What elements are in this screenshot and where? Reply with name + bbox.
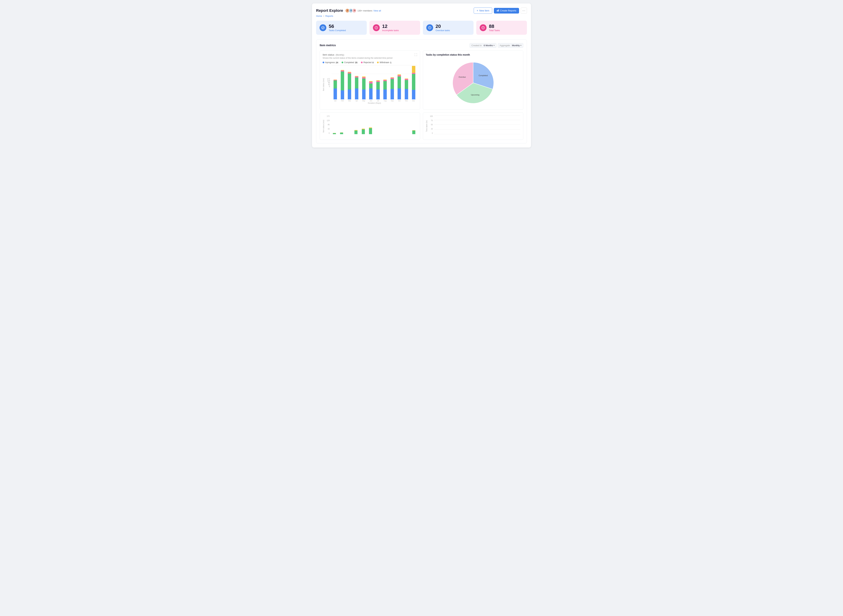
bottom-right-y-wrapper: Time taken (hr) 100 75 50 25 0: [426, 115, 434, 137]
x-label-Jun: Jun: [368, 100, 374, 102]
x-label-Dec: Dec: [410, 100, 417, 102]
bottom-right-y-title: Time taken (hr): [426, 120, 428, 132]
svg-rect-6: [497, 10, 497, 12]
bar-chart-inner: JanFebMarAprMayJunJulAugSepOctNovDec Dur…: [332, 65, 417, 104]
aggregate-control[interactable]: Aggregate Monthly ▾: [498, 43, 523, 48]
legend-inprogress: Inprogress 24: [323, 61, 338, 64]
created-in-arrow: ▾: [494, 44, 494, 47]
x-label-Aug: Aug: [382, 100, 389, 102]
bar-stack-Jun: [369, 81, 372, 100]
pie-label-upcoming: Upcoming: [471, 94, 479, 96]
breadcrumb-home[interactable]: Home: [316, 15, 322, 17]
x-label-Sep: Sep: [389, 100, 396, 102]
stat-icon-incomplete: [373, 24, 380, 31]
view-all-link[interactable]: View all: [374, 9, 381, 12]
stat-number-completed: 56: [329, 24, 346, 29]
metrics-section: Item metrics Created in 6 Months ▾ Aggre…: [316, 40, 527, 144]
bottom-right-chart: [434, 115, 520, 137]
pie-chart-svg-wrapper: CompletedUpcomingOverdue: [449, 59, 497, 107]
more-icon: ···: [522, 9, 525, 12]
bar-group-Jun: [368, 81, 374, 100]
svg-rect-8: [498, 9, 499, 12]
bar-group-May: [361, 76, 367, 100]
bar-group-Oct: [396, 75, 403, 99]
bar-chart-title-group: Item status (Monthly) Shows the current …: [323, 53, 392, 61]
main-container: Report Explore 130+ members View all: [312, 3, 531, 148]
svg-point-13: [430, 28, 430, 29]
stat-number-incomplete: 12: [382, 24, 399, 29]
y-label-86: 86: [325, 82, 330, 84]
bars-container: [332, 65, 417, 100]
stat-text-completed: 56 Tasks Completed: [329, 24, 346, 32]
svg-point-9: [321, 26, 324, 29]
y-axis-wrapper: Item status (nos) 172 129 86 43 0: [323, 65, 331, 104]
bar-group-Mar: [346, 72, 353, 99]
bar-chart-area: Item status (nos) 172 129 86 43 0: [323, 65, 417, 104]
stat-card-overdue: 20 Overdue tasks: [423, 21, 474, 35]
avatars-group: [345, 8, 356, 13]
chart-legend: Inprogress 24 Completed 35 Rejected 0: [323, 61, 417, 64]
bottom-y-axis-title: Item status (nos): [323, 120, 324, 132]
x-label-Jul: Jul: [375, 100, 381, 102]
bar-chart-subtitle: Shows the current status of the items cr…: [323, 57, 392, 59]
x-axis-labels: JanFebMarAprMayJunJulAugSepOctNovDec: [332, 100, 417, 102]
new-item-button[interactable]: + New item: [474, 7, 492, 14]
x-label-Nov: Nov: [403, 100, 410, 102]
svg-point-4: [354, 10, 355, 11]
stat-text-overdue: 20 Overdue tasks: [435, 24, 450, 32]
pie-chart-panel: Tasks by completion status this month Co…: [423, 50, 523, 110]
stat-card-incomplete: 12 Incomplete tasks: [369, 21, 420, 35]
x-label-Mar: Mar: [346, 100, 353, 102]
bottom-chart-right: Time taken (hr) 100 75 50 25 0: [423, 112, 523, 140]
more-options-button[interactable]: ···: [521, 7, 527, 14]
legend-rejected: Rejected 0: [361, 61, 374, 64]
pie-label-overdue: Overdue: [459, 76, 466, 78]
stat-icon-total: [480, 24, 487, 31]
stat-label-completed: Tasks Completed: [329, 29, 346, 32]
metrics-header: Item metrics Created in 6 Months ▾ Aggre…: [320, 43, 523, 48]
bottom-right-y-axis: 100 75 50 25 0: [429, 115, 434, 137]
stat-label-total: Total Tasks: [489, 29, 500, 32]
pie-label-completed: Completed: [478, 74, 488, 76]
expand-icon[interactable]: ⛶: [415, 53, 417, 56]
x-label-Jan: Jan: [332, 100, 339, 102]
bar-stack-Aug: [383, 79, 387, 100]
stats-grid: 56 Tasks Completed 12 Incomplete tasks 2…: [316, 21, 527, 35]
legend-dot-rejected: [361, 62, 363, 63]
svg-point-5: [353, 12, 356, 13]
charts-row: Item status (Monthly) Shows the current …: [320, 50, 523, 110]
y-label-0: 0: [325, 85, 330, 87]
bar-stack-Oct: [397, 75, 401, 99]
aggregate-value: Monthly: [512, 44, 520, 47]
bar-group-Jul: [375, 80, 381, 100]
created-in-control[interactable]: Created in 6 Months ▾: [469, 43, 497, 48]
bar-group-Feb: [339, 70, 346, 100]
legend-withdrawn: Withdrawn 1: [377, 61, 391, 64]
stat-label-incomplete: Incomplete tasks: [382, 29, 399, 32]
avatar-3: [352, 8, 356, 13]
legend-dot-completed: [342, 62, 343, 63]
breadcrumb: Home > Reports: [316, 15, 527, 17]
legend-dot-withdrawn: [377, 62, 379, 63]
y-axis: 172 129 86 43 0: [325, 78, 331, 91]
bar-chart-header: Item status (Monthly) Shows the current …: [323, 53, 417, 61]
pie-chart-title: Tasks by completion status this month: [426, 53, 470, 56]
bar-stack-Jul: [376, 80, 380, 100]
bottom-right-grid: [434, 115, 520, 134]
x-label-Oct: Oct: [396, 100, 403, 102]
bar-group-Nov: [403, 79, 410, 100]
chart-icon: [497, 9, 499, 12]
stat-card-completed: 56 Tasks Completed: [316, 21, 367, 35]
breadcrumb-separator: >: [323, 15, 324, 17]
create-reports-button[interactable]: Create Reports: [494, 8, 519, 13]
bar-chart-panel: Item status (Monthly) Shows the current …: [320, 50, 420, 110]
header-actions: + New item Create Reports ···: [474, 7, 527, 14]
stat-icon-completed: [320, 24, 326, 31]
stat-icon-overdue: [426, 24, 433, 31]
bar-group-Aug: [382, 79, 389, 100]
page-title: Report Explore: [316, 8, 343, 13]
metrics-controls: Created in 6 Months ▾ Aggregate Monthly …: [469, 43, 523, 48]
bar-stack-Dec: [412, 66, 415, 99]
stat-number-total: 88: [489, 24, 500, 29]
stat-card-total: 88 Total Tasks: [476, 21, 527, 35]
